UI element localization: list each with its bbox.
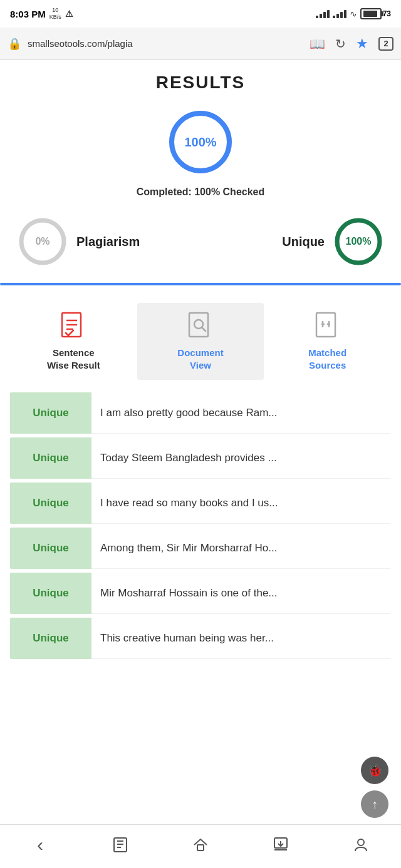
result-text-1: I am also pretty good because Ram... [91,392,391,434]
svg-rect-10 [189,313,208,337]
unique-circle: 100% [332,215,385,268]
main-content: RESULTS 100% Completed: 100% Checked 0% … [0,60,401,734]
floating-buttons: 🐞 ↑ [361,757,388,818]
matched-icon [314,312,341,342]
status-data-speed: 10KB/s [49,7,61,21]
status-right: ∿ 73 [316,8,391,19]
nav-home[interactable] [182,832,219,857]
warning-icon: ⚠ [65,9,73,19]
signal-bars-1 [316,10,330,18]
result-row: Unique Mir Mosharraf Hossain is one of t… [10,573,391,614]
result-text-2: Today Steem Bangladesh provides ... [91,437,391,479]
tabs-row: SentenceWise Result DocumentView [10,303,391,380]
unique-stat: Unique 100% [282,215,385,268]
result-badge-4: Unique [10,528,91,569]
plagiarism-circle: 0% [16,215,69,268]
document-icon [187,312,214,342]
signal-bars-2 [333,10,346,18]
tab-sentence[interactable]: SentenceWise Result [10,303,137,380]
tab-document[interactable]: DocumentView [137,303,264,380]
nav-profile[interactable] [342,832,380,857]
svg-rect-13 [316,313,335,337]
star-icon[interactable]: ★ [356,36,368,52]
nav-book[interactable] [102,832,139,857]
unique-label: Unique [282,235,325,249]
nav-back[interactable]: ‹ [21,832,59,857]
main-percent: 100% [184,135,216,150]
result-badge-3: Unique [10,483,91,524]
svg-line-12 [202,327,206,331]
url-display[interactable]: smallseotools.com/plagia [28,38,303,49]
result-badge-1: Unique [10,392,91,434]
result-list: Unique I am also pretty good because Ram… [10,392,391,659]
tab-matched-label: MatchedSources [308,347,346,371]
scroll-up-button[interactable]: ↑ [361,790,388,818]
nav-download[interactable] [262,832,299,857]
result-text-5: Mir Mosharraf Hossain is one of the... [91,573,391,614]
bug-button[interactable]: 🐞 [361,757,388,784]
status-bar: 8:03 PM 10KB/s ⚠ ∿ 73 [0,0,401,28]
unique-percent: 100% [346,236,372,247]
bottom-nav: ‹ [0,824,401,868]
separator-line [0,283,401,285]
results-title: RESULTS [10,73,391,93]
status-left: 8:03 PM 10KB/s ⚠ [10,7,73,21]
browser-actions: 📖 ↻ ★ 2 [310,36,393,52]
result-row: Unique Today Steem Bangladesh provides .… [10,437,391,479]
svg-rect-22 [197,845,204,850]
result-badge-6: Unique [10,618,91,659]
main-progress-circle: 100% [166,108,235,176]
tab-sentence-label: SentenceWise Result [47,347,100,371]
result-badge-2: Unique [10,437,91,479]
result-row: Unique This creative human being was her… [10,618,391,659]
battery-level: 73 [383,9,391,18]
refresh-icon[interactable]: ↻ [335,36,346,51]
tab-matched[interactable]: MatchedSources [264,303,391,380]
stats-row: 0% Plagiarism Unique 100% [10,215,391,268]
status-time: 8:03 PM [10,9,46,19]
battery: 73 [360,8,391,19]
plagiarism-percent: 0% [35,236,49,247]
browser-bar: 🔒 smallseotools.com/plagia 📖 ↻ ★ 2 [0,28,401,60]
main-circle-container: 100% [10,108,391,176]
result-text-3: I have read so many books and I us... [91,483,391,524]
tab-count[interactable]: 2 [378,37,393,51]
result-row: Unique I am also pretty good because Ram… [10,392,391,434]
svg-point-26 [358,839,364,845]
lock-icon: 🔒 [8,37,21,51]
book-icon[interactable]: 📖 [310,36,325,51]
result-badge-5: Unique [10,573,91,614]
sentence-icon [60,312,87,342]
result-text-6: This creative human being was her... [91,618,391,659]
result-row: Unique I have read so many books and I u… [10,483,391,524]
tab-document-label: DocumentView [177,347,223,371]
plagiarism-label: Plagiarism [76,235,140,249]
plagiarism-stat: 0% Plagiarism [16,215,140,268]
wifi-icon: ∿ [350,9,357,19]
result-row: Unique Among them, Sir Mir Morsharraf Ho… [10,528,391,569]
result-text-4: Among them, Sir Mir Morsharraf Ho... [91,528,391,569]
completed-text: Completed: 100% Checked [10,186,391,198]
